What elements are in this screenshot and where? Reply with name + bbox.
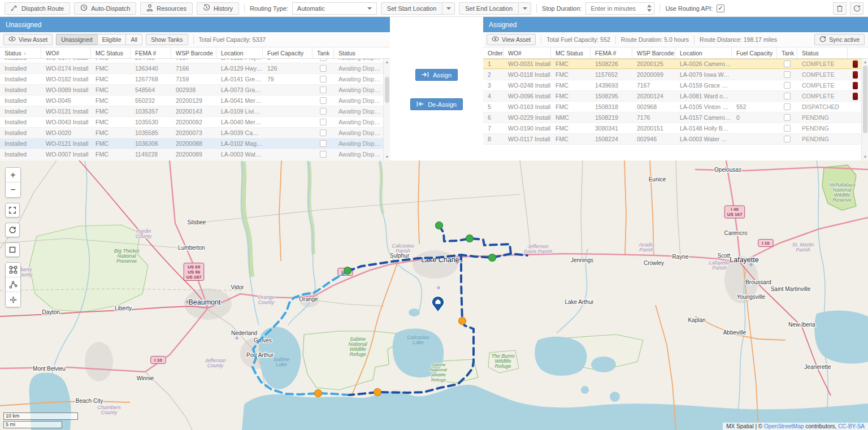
column-header[interactable]: Status↓ <box>0 47 41 58</box>
scroll-up-icon[interactable]: ▲ <box>385 60 389 64</box>
filter-all[interactable]: All <box>125 34 142 45</box>
auto-dispatch-button[interactable]: Auto-Dispatch <box>74 2 136 15</box>
tank-checkbox[interactable] <box>784 60 791 67</box>
assigned-scrollbar[interactable]: ▲ ▼ <box>861 59 868 160</box>
license-link[interactable]: CC-BY-SA <box>838 423 865 429</box>
show-tanks-button[interactable]: Show Tanks <box>146 34 188 45</box>
table-row[interactable]: 5WO-0163 InstallFMC1508318002968LA-0105 … <box>483 102 861 112</box>
stop-marker-complete[interactable] <box>436 222 443 229</box>
osm-link[interactable]: OpenStreetMap <box>764 423 804 429</box>
stop-marker-pending[interactable] <box>459 318 466 325</box>
polygon-select-button[interactable] <box>6 263 20 277</box>
assign-button[interactable]: Assign <box>415 69 458 81</box>
stop-marker-complete[interactable] <box>466 235 474 242</box>
column-header[interactable]: Status <box>334 47 390 58</box>
zoom-out-button[interactable]: − <box>6 183 20 197</box>
stop-marker-pending[interactable] <box>374 389 381 396</box>
stop-marker-complete[interactable] <box>344 267 351 275</box>
tank-checkbox[interactable] <box>320 59 327 61</box>
scrollbar-thumb[interactable] <box>385 77 389 103</box>
fullscreen-button[interactable] <box>5 203 20 218</box>
column-header[interactable]: MC Status <box>551 47 591 58</box>
map-container[interactable]: SilsbeeLumbertonVidorBeaumontOrangeNeder… <box>0 160 868 430</box>
table-row[interactable]: 8WO-0117 InstallFMC1508224002946LA-0003 … <box>483 134 861 145</box>
zoom-in-button[interactable]: + <box>6 168 20 183</box>
table-row[interactable]: InstalledWO-0177 InstallFMC2644597197LA-… <box>0 59 383 63</box>
table-row[interactable]: InstalledWO-0007 InstallFMC1149228202000… <box>0 149 383 160</box>
use-routing-api-checkbox[interactable]: ✓ <box>717 5 724 12</box>
measure-button[interactable] <box>6 277 20 292</box>
column-header[interactable]: FEMA # <box>591 47 632 58</box>
table-row[interactable]: InstalledWO-0131 InstallFMC1035357202001… <box>0 106 383 117</box>
tank-checkbox[interactable] <box>784 114 791 121</box>
set-end-location-menu-button[interactable] <box>519 2 531 15</box>
stop-marker-pending[interactable] <box>315 390 322 397</box>
filter-unassigned[interactable]: Unassigned <box>56 34 97 45</box>
dispatch-route-button[interactable]: Dispatch Route <box>5 2 70 15</box>
sync-active-button[interactable]: Sync active <box>814 34 865 45</box>
tank-checkbox[interactable] <box>784 136 791 142</box>
tank-checkbox[interactable] <box>784 103 791 110</box>
table-row[interactable]: InstalledWO-0121 InstallFMC1036306202000… <box>0 138 383 149</box>
unassigned-scrollbar[interactable]: ▲ ▼ <box>383 59 390 160</box>
set-start-location-menu-button[interactable] <box>442 2 455 15</box>
extent-button[interactable] <box>5 242 20 257</box>
view-asset-button[interactable]: View Asset <box>487 34 536 45</box>
tank-checkbox[interactable] <box>784 82 791 89</box>
tank-checkbox[interactable] <box>784 125 791 132</box>
tank-checkbox[interactable] <box>784 71 791 78</box>
tank-checkbox[interactable] <box>320 65 327 72</box>
column-header[interactable]: Fuel Capacity <box>732 47 777 58</box>
set-start-location-button[interactable]: Set Start Location <box>381 2 442 15</box>
view-asset-button[interactable]: View Asset <box>3 34 53 45</box>
column-header[interactable]: WSP Barcode <box>171 47 216 58</box>
tank-checkbox[interactable] <box>320 76 327 82</box>
table-row[interactable]: 2WO-0118 InstallFMC115765220200099LA-007… <box>483 70 861 80</box>
stop-duration-stepper[interactable] <box>647 5 652 12</box>
reset-view-button[interactable] <box>5 223 20 237</box>
scroll-down-icon[interactable]: ▼ <box>385 155 389 159</box>
tank-checkbox[interactable] <box>320 140 327 147</box>
tank-checkbox[interactable] <box>320 86 327 93</box>
column-header[interactable]: Status <box>797 47 848 58</box>
column-header[interactable]: WO# <box>504 47 551 58</box>
table-row[interactable]: 3WO-0248 InstallFMC14396937167LA-0159 Gr… <box>483 80 861 91</box>
refresh-button[interactable] <box>850 2 863 15</box>
pan-button[interactable] <box>6 292 20 307</box>
column-header[interactable]: Tank <box>313 47 334 58</box>
table-row[interactable]: InstalledWO-0182 InstallFMC12677687159LA… <box>0 74 383 85</box>
column-header[interactable]: Fuel Capacity <box>263 47 313 58</box>
tank-checkbox[interactable] <box>320 119 327 125</box>
table-row[interactable]: 1WO-0031 InstallFMC150822620200125LA-002… <box>483 59 861 70</box>
stop-marker-complete[interactable] <box>489 254 496 262</box>
column-header[interactable]: WO# <box>41 47 91 58</box>
table-row[interactable]: InstalledWO-0045FMC55023220200129LA-0041… <box>0 95 383 106</box>
scroll-up-icon[interactable]: ▲ <box>863 60 867 64</box>
column-header[interactable]: FEMA # <box>131 47 171 58</box>
history-button[interactable]: History <box>197 2 239 15</box>
table-row[interactable]: InstalledWO-0020FMC103558520200073LA-003… <box>0 128 383 138</box>
column-header[interactable]: MC Status <box>91 47 131 58</box>
column-header[interactable] <box>848 47 862 58</box>
table-row[interactable]: 7WO-0190 InstallFMC308034120200151LA-014… <box>483 123 861 134</box>
tank-checkbox[interactable] <box>320 129 327 136</box>
column-header[interactable]: Order↑ <box>483 47 504 58</box>
routing-type-select[interactable]: Automatic <box>292 2 377 15</box>
filter-eligible[interactable]: Eligible <box>97 34 126 45</box>
column-header[interactable]: Location <box>216 47 263 58</box>
set-end-location-button[interactable]: Set End Location <box>459 2 519 15</box>
deassign-button[interactable]: De-Assign <box>410 98 463 110</box>
scroll-down-icon[interactable]: ▼ <box>863 155 867 159</box>
table-row[interactable]: InstalledWO-0089 InstallFMC548564002938L… <box>0 85 383 95</box>
tank-checkbox[interactable] <box>320 151 327 158</box>
table-row[interactable]: InstalledWO-0174 InstallFMC13634407166LA… <box>0 63 383 74</box>
column-header[interactable]: WSP Barcode <box>632 47 675 58</box>
stop-duration-input[interactable] <box>586 3 654 14</box>
tank-checkbox[interactable] <box>320 97 327 104</box>
table-row[interactable]: 6WO-0229 InstallNMC15082197176LA-0157 Ca… <box>483 112 861 123</box>
column-header[interactable]: Tank <box>777 47 797 58</box>
column-header[interactable]: Location <box>675 47 732 58</box>
tank-checkbox[interactable] <box>320 108 327 115</box>
map-canvas[interactable]: SilsbeeLumbertonVidorBeaumontOrangeNeder… <box>0 160 868 430</box>
table-row[interactable]: InstalledWO-0043 InstallFMC1035530202000… <box>0 117 383 128</box>
